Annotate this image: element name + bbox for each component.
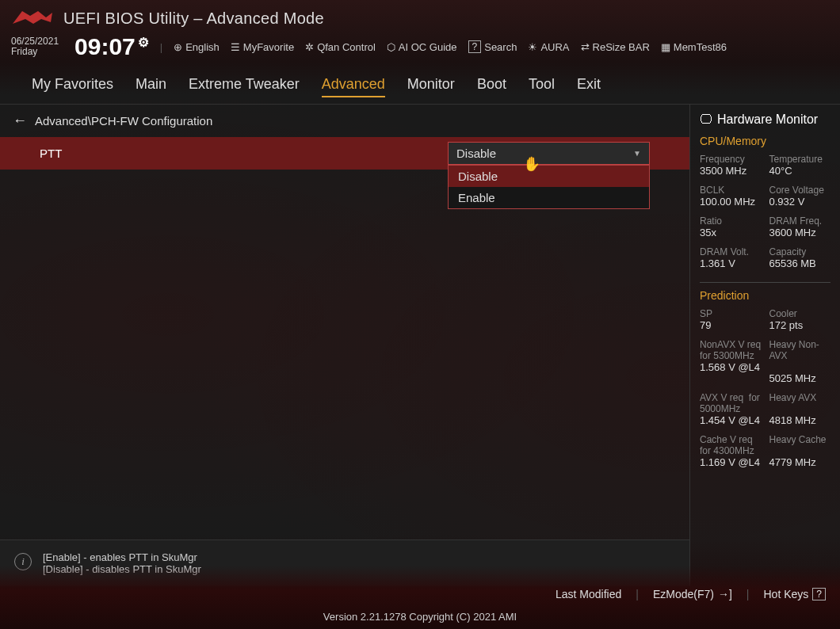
- help-line: [Enable] - enables PTT in SkuMgr: [43, 551, 201, 563]
- hotkeys-button[interactable]: Hot Keys?: [764, 588, 827, 600]
- tab-main[interactable]: Main: [136, 73, 166, 97]
- version-text: Version 2.21.1278 Copyright (C) 2021 AMI: [323, 611, 517, 623]
- tab-exit[interactable]: Exit: [577, 73, 601, 97]
- monitor-icon: 🖵: [700, 112, 712, 127]
- qfan-button[interactable]: ✲Qfan Control: [305, 41, 376, 53]
- tab-advanced[interactable]: Advanced: [322, 73, 385, 97]
- hardware-monitor-panel: 🖵Hardware Monitor CPU/Memory Frequency35…: [689, 105, 840, 586]
- last-modified-button[interactable]: Last Modified: [556, 588, 621, 600]
- breadcrumb: ← Advanced\PCH-FW Configuration: [0, 105, 689, 137]
- aura-button[interactable]: ☀AURA: [528, 41, 569, 53]
- resizebar-button[interactable]: ⇄ReSize BAR: [581, 41, 650, 53]
- ptt-dropdown[interactable]: Disable ▼: [448, 142, 650, 165]
- tab-extreme-tweaker[interactable]: Extreme Tweaker: [189, 73, 300, 97]
- search-button[interactable]: ?Search: [468, 40, 517, 53]
- setting-label: PTT: [40, 147, 448, 160]
- memtest-button[interactable]: ▦MemTest86: [661, 41, 727, 53]
- tab-boot[interactable]: Boot: [477, 73, 506, 97]
- myfavorite-button[interactable]: ☰MyFavorite: [231, 41, 294, 53]
- tab-monitor[interactable]: Monitor: [407, 73, 455, 97]
- hw-title: Hardware Monitor: [717, 112, 818, 127]
- rog-logo-icon: [11, 8, 54, 29]
- back-arrow-icon[interactable]: ←: [13, 112, 27, 129]
- settings-gear-icon[interactable]: ⚙: [138, 35, 149, 50]
- breadcrumb-path: Advanced\PCH-FW Configuration: [35, 114, 212, 128]
- section-title: Prediction: [700, 289, 830, 302]
- setting-row-ptt: PTT Disable ▼ Disable Enable: [0, 137, 689, 170]
- main-tabs: My Favorites Main Extreme Tweaker Advanc…: [0, 67, 840, 105]
- language-button[interactable]: ⊕English: [174, 41, 220, 53]
- section-title: CPU/Memory: [700, 135, 830, 147]
- tab-myfavorites[interactable]: My Favorites: [32, 73, 113, 97]
- app-title: UEFI BIOS Utility – Advanced Mode: [63, 10, 324, 28]
- help-icon: ?: [812, 588, 826, 600]
- tab-tool[interactable]: Tool: [529, 73, 555, 97]
- dropdown-option-disable[interactable]: Disable: [449, 166, 649, 187]
- ptt-dropdown-list: Disable Enable: [448, 165, 650, 209]
- aioc-button[interactable]: ⬡AI OC Guide: [387, 41, 457, 53]
- time-display: 09:07⚙: [74, 33, 149, 60]
- chevron-down-icon: ▼: [633, 149, 641, 158]
- exit-icon: →]: [718, 588, 732, 600]
- ezmode-button[interactable]: EzMode(F7)→]: [653, 588, 732, 600]
- date-block: 06/25/2021 Friday: [11, 36, 59, 57]
- dropdown-option-enable[interactable]: Enable: [449, 187, 649, 208]
